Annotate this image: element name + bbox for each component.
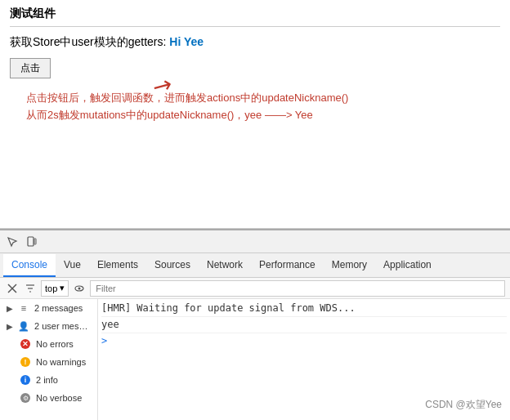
tab-network[interactable]: Network (199, 254, 251, 277)
console-text-1: [HMR] Waiting for update signal from WDS… (101, 302, 507, 314)
sidebar-item-verbose[interactable]: ⚙ No verbose (0, 389, 97, 407)
tab-vue[interactable]: Vue (56, 254, 89, 277)
expand-arrow-messages: ▶ (7, 304, 13, 313)
tab-elements[interactable]: Elements (89, 254, 146, 277)
getter-result: 获取Store中user模块的getters: Hi Yee (10, 35, 500, 50)
verbose-circle: ⚙ (20, 393, 30, 403)
sidebar-item-messages[interactable]: ▶ ≡ 2 messages (0, 299, 97, 317)
expand-arrow-user: ▶ (7, 322, 13, 331)
page-title: 测试组件 (10, 7, 500, 27)
devtools-panel: Console Vue Elements Sources Network Per… (0, 229, 510, 420)
sidebar-label-errors: No errors (36, 339, 91, 349)
svg-point-8 (78, 287, 81, 289)
context-selector[interactable]: top ▾ (41, 280, 69, 297)
watermark: CSDN @欢望Yee (425, 398, 502, 412)
description-text: 点击按钮后，触发回调函数，进而触发actions中的updateNickname… (26, 90, 500, 124)
svg-rect-0 (28, 237, 34, 246)
warning-circle: ! (20, 357, 30, 367)
info-circle: i (20, 375, 30, 385)
console-text-2: yee (101, 319, 507, 330)
devtools-inspect-icon[interactable] (5, 235, 20, 249)
sidebar-item-user-messages[interactable]: ▶ 👤 2 user mess... (0, 317, 97, 335)
tab-memory[interactable]: Memory (324, 254, 375, 277)
getter-value: Hi Yee (169, 35, 204, 48)
console-toolbar: top ▾ (0, 278, 510, 299)
svg-rect-1 (34, 239, 36, 244)
app-content: 测试组件 获取Store中user模块的getters: Hi Yee 点击 ↗… (0, 0, 510, 229)
description-line1: 点击按钮后，触发回调函数，进而触发actions中的updateNickname… (26, 90, 500, 107)
tab-application[interactable]: Application (375, 254, 440, 277)
list-icon: ≡ (18, 302, 29, 314)
getter-prefix: 获取Store中user模块的getters: (10, 35, 169, 48)
sidebar-item-info[interactable]: i 2 info (0, 371, 97, 389)
filter-input[interactable] (90, 280, 505, 297)
devtools-top-bar (0, 230, 510, 253)
info-icon: i (20, 374, 31, 386)
verbose-icon: ⚙ (20, 392, 31, 404)
sidebar-label-messages: 2 messages (34, 303, 91, 313)
context-label: top (45, 284, 57, 293)
sidebar-item-errors[interactable]: ✕ No errors (0, 335, 97, 353)
console-line-2: yee (101, 317, 507, 333)
filter-icon[interactable] (23, 281, 38, 296)
tab-sources[interactable]: Sources (146, 254, 199, 277)
console-arrow[interactable]: > (101, 333, 507, 348)
sidebar-label-verbose: No verbose (36, 393, 91, 403)
click-button[interactable]: 点击 (10, 58, 51, 78)
sidebar-label-user: 2 user mess... (34, 321, 91, 331)
description-line2: 从而2s触发mutations中的updateNickname()，yee ——… (26, 107, 500, 124)
context-dropdown-icon: ▾ (60, 283, 65, 293)
clear-console-btn[interactable] (5, 281, 20, 296)
description-area: ↗ 点击按钮后，触发回调函数，进而触发actions中的updateNickna… (26, 90, 500, 124)
tab-performance[interactable]: Performance (251, 254, 324, 277)
devtools-device-icon[interactable] (25, 235, 39, 249)
sidebar-label-warnings: No warnings (36, 357, 91, 367)
console-line-1: [HMR] Waiting for update signal from WDS… (101, 301, 507, 317)
error-circle: ✕ (20, 339, 30, 349)
person-icon: 👤 (18, 320, 29, 332)
warning-icon: ! (20, 356, 31, 368)
devtools-tabs: Console Vue Elements Sources Network Per… (0, 253, 510, 278)
sidebar-item-warnings[interactable]: ! No warnings (0, 353, 97, 371)
error-icon: ✕ (20, 338, 31, 350)
eye-btn[interactable] (72, 281, 87, 296)
console-sidebar: ▶ ≡ 2 messages ▶ 👤 2 user mess... ✕ No e… (0, 299, 98, 420)
tab-console[interactable]: Console (3, 254, 56, 277)
sidebar-label-info: 2 info (36, 375, 91, 385)
